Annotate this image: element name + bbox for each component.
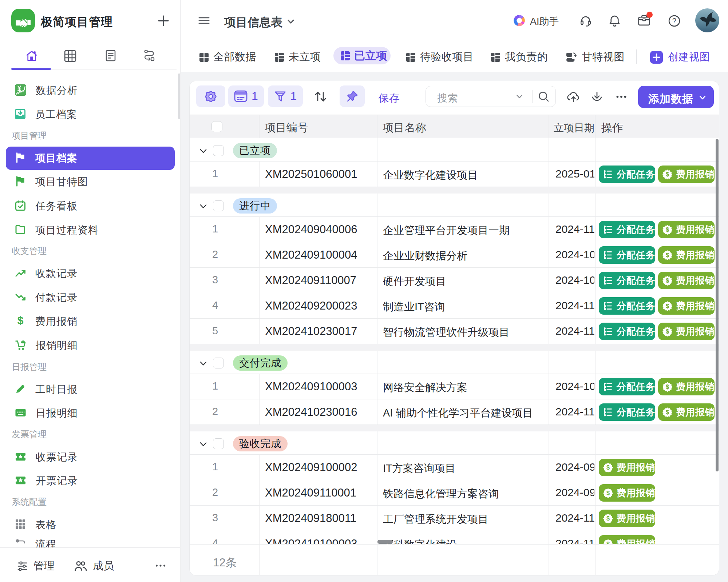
svg-text:$: $ [666, 328, 669, 335]
svg-text:$: $ [666, 383, 669, 390]
svg-text:$: $ [666, 226, 669, 233]
svg-text:$: $ [606, 515, 610, 522]
svg-text:$: $ [666, 171, 669, 178]
svg-text:$: $ [666, 252, 669, 258]
svg-text:$: $ [606, 541, 610, 544]
svg-text:$: $ [666, 409, 669, 415]
svg-text:$: $ [17, 315, 24, 326]
svg-text:$: $ [666, 303, 669, 309]
svg-text:$: $ [606, 490, 610, 496]
svg-text:$: $ [666, 277, 669, 284]
svg-text:?: ? [672, 17, 676, 25]
svg-text:$: $ [606, 464, 610, 471]
